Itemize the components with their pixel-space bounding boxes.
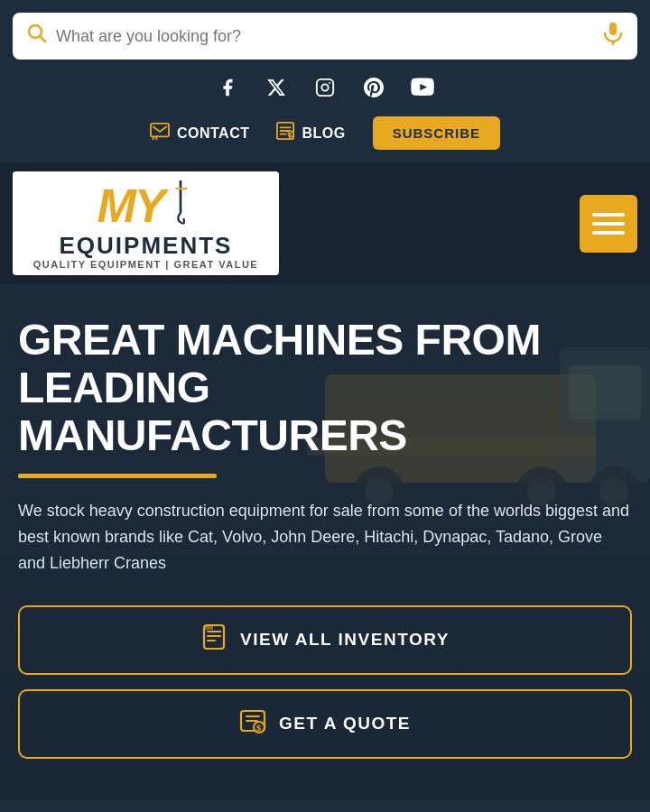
social-row [0,69,650,109]
logo-crane-icon [166,180,195,234]
hamburger-line-3 [592,231,625,235]
facebook-icon[interactable] [216,78,239,102]
hero-description: We stock heavy construction equipment fo… [18,498,632,576]
view-inventory-button[interactable]: VIEW ALL INVENTORY [18,605,632,675]
blog-link[interactable]: BLOG [276,122,345,144]
hamburger-line-2 [592,222,625,226]
search-icon [27,23,47,49]
svg-rect-2 [609,23,617,35]
search-bar [13,13,637,60]
blog-label: BLOG [302,125,345,142]
hero-section: GREAT MACHINES FROM LEADING MANUFACTURER… [0,284,650,800]
header-section: MY EQUIPMENTS QUALITY EQUIPMENT | GREAT … [0,162,650,284]
logo-brand: MY [98,182,164,229]
view-inventory-label: VIEW ALL INVENTORY [240,630,450,650]
contact-link[interactable]: CONTACT [150,122,250,144]
svg-point-6 [329,82,330,84]
contact-icon [150,122,170,144]
nav-links: CONTACT BLOG SUBSCRIBE [0,109,650,162]
contact-label: CONTACT [177,125,250,142]
svg-text:$: $ [256,724,263,733]
get-quote-label: GET A QUOTE [279,714,411,734]
inventory-icon [200,623,228,657]
svg-rect-30 [204,625,213,630]
quote-icon: $ [239,707,266,741]
svg-rect-7 [151,124,169,137]
instagram-icon[interactable] [313,78,337,102]
hero-title-line1: GREAT MACHINES FROM [18,316,541,364]
logo-tagline: QUALITY EQUIPMENT | GREAT VALUE [33,259,258,270]
get-quote-button[interactable]: $ GET A QUOTE [18,689,632,759]
svg-rect-4 [317,79,333,96]
twitter-x-icon[interactable] [265,78,288,102]
microphone-icon[interactable] [603,22,623,51]
logo-name: EQUIPMENTS [60,234,233,257]
hamburger-menu-button[interactable] [580,195,637,253]
hero-title-line2: LEADING [18,364,210,411]
hero-title: GREAT MACHINES FROM LEADING MANUFACTURER… [18,317,632,459]
blog-icon [276,122,294,144]
pinterest-icon[interactable] [362,78,385,102]
hero-content: GREAT MACHINES FROM LEADING MANUFACTURER… [18,317,632,759]
logo: MY EQUIPMENTS QUALITY EQUIPMENT | GREAT … [13,171,279,275]
search-input[interactable] [56,27,594,46]
hero-title-line3: MANUFACTURERS [18,411,407,459]
youtube-icon[interactable] [411,78,434,102]
svg-point-5 [321,84,328,90]
hamburger-line-1 [592,213,625,217]
svg-line-1 [40,36,45,42]
subscribe-button[interactable]: SUBSCRIBE [373,116,500,150]
hero-underline [18,474,217,478]
